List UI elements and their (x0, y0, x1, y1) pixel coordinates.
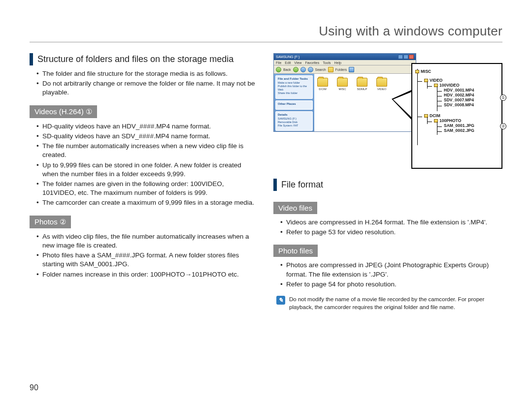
videos-bullet: HD-quality videos have an HDV_####.MP4 n… (36, 122, 259, 131)
videos-bullet: The folder names are given in the follow… (36, 180, 259, 197)
note-row: ✎ Do not modify the name of a movie file… (273, 296, 502, 311)
tree-label: MISC (421, 69, 431, 74)
folder-label: VIDEO (377, 88, 387, 91)
panel-line: Removable Disk (278, 121, 310, 124)
window-buttons (398, 55, 414, 59)
folder-icon (357, 78, 367, 87)
intro-bullet: The folder and file structure for the st… (36, 69, 259, 78)
tree-label: DCIM (430, 113, 440, 118)
tree-node: DCIM (417, 113, 499, 118)
videos-bullet: SD-quality videos have an SDV_####.MP4 n… (36, 132, 259, 141)
folder-label: MISC (339, 88, 346, 91)
videofiles-bullet: Videos are compressed in H.264 format. T… (280, 218, 502, 227)
callout-badge-2: ② (500, 123, 506, 129)
search-label: Search (315, 68, 326, 71)
tree-label: SAM_0001.JPG (444, 123, 474, 128)
photofiles-bullets: Photos are compressed in JPEG (Joint Pho… (273, 261, 502, 289)
tree-file: SAM_0002.JPG (437, 128, 499, 133)
folder-tree: MISC VIDEO 100VIDEO HDV_0001.MP4 HDV_000… (411, 63, 502, 169)
search-icon (308, 67, 313, 72)
folders-label: Folders (335, 68, 347, 71)
videofiles-bullets: Videos are compressed in H.264 format. T… (273, 218, 502, 237)
panel-title: Other Places (278, 102, 310, 105)
menu-item: Edit (285, 61, 291, 64)
up-icon (300, 67, 306, 72)
explorer-menu: File Edit View Favorites Tools Help (274, 60, 416, 65)
explorer-toolbar: Back Search Folders (274, 65, 416, 74)
tree-label: VIDEO (430, 78, 442, 83)
minimize-icon (398, 55, 403, 59)
heading-structure: Structure of folders and files on the st… (30, 53, 259, 65)
heading-videofiles: Video files (273, 202, 317, 214)
tree-file: HDV_0002.MP4 (437, 93, 499, 97)
intro-bullet: Do not arbitrarily change or remove the … (36, 79, 259, 97)
right-column: SAMSUNG (F:) File Edit View Favorites To… (273, 53, 502, 311)
heading-photos: Photos ② (30, 216, 71, 228)
menu-item: Tools (323, 61, 331, 64)
views-icon (349, 67, 354, 72)
folder-item: VIDEO (376, 78, 387, 91)
menu-item: Favorites (305, 61, 319, 64)
heading-fileformat: File format (273, 179, 502, 191)
tree-file: SAM_0001.JPG (437, 123, 499, 128)
tree-label: HDV_0002.MP4 (444, 93, 474, 97)
folder-item: SDMLP (357, 78, 367, 91)
heading-photofiles: Photo files (273, 245, 318, 257)
folder-icon (376, 78, 387, 87)
sidebar-panel: Other Places (275, 100, 313, 110)
tree-node: VIDEO (417, 78, 499, 83)
menu-item: Help (334, 61, 341, 64)
page-number: 90 (30, 383, 38, 392)
videos-bullet: The file number automatically increases … (36, 142, 259, 159)
tree-label: HDV_0001.MP4 (444, 88, 474, 93)
panel-line: Publish this folder to the Web (278, 85, 310, 92)
panel-line: Make a new folder (278, 81, 310, 85)
intro-bullets: The folder and file structure for the st… (30, 69, 259, 97)
photos-bullet: Photo files have a SAM_####.JPG format. … (36, 251, 259, 269)
page-title: Using with a windows computer (30, 24, 502, 42)
explorer-titlebar: SAMSUNG (F:) (274, 54, 416, 60)
tree-file: HDV_0001.MP4 (437, 88, 499, 93)
videos-bullet: Up to 9,999 files can be stored in one f… (36, 161, 259, 179)
folder-label: SDMLP (357, 88, 367, 91)
note-text: Do not modify the name of a movie file r… (289, 296, 502, 311)
sidebar-panel: File and Folder Tasks Make a new folder … (275, 75, 313, 99)
tree-label: SDV_0007.MP4 (444, 97, 474, 102)
folder-icon (337, 78, 348, 87)
videos-bullets: HD-quality videos have an HDV_####.MP4 n… (30, 122, 259, 208)
tree-node: 100VIDEO (427, 83, 499, 88)
photofiles-bullet: Refer to page 54 for photo resolution. (280, 280, 502, 289)
close-icon (409, 55, 414, 59)
folder-label: DCIM (319, 88, 326, 91)
content-columns: Structure of folders and files on the st… (30, 53, 502, 311)
panel-line: File System: FAT (278, 124, 310, 127)
photofiles-bullet: Photos are compressed in JPEG (Joint Pho… (280, 261, 502, 279)
note-icon: ✎ (276, 296, 285, 305)
panel-line: SAMSUNG (F:) (278, 117, 310, 121)
tree-file: SDV_0007.MP4 (437, 97, 499, 102)
panel-title: Details (278, 113, 310, 116)
folder-structure-figure: SAMSUNG (F:) File Edit View Favorites To… (273, 53, 502, 169)
tree-label: 100PHOTO (439, 118, 461, 123)
maximize-icon (403, 55, 408, 59)
forward-icon (293, 67, 299, 72)
videofiles-bullet: Refer to page 53 for video resolution. (280, 228, 502, 237)
back-icon (276, 67, 281, 72)
folders-icon (328, 67, 333, 72)
tree-node: 100PHOTO (427, 118, 499, 123)
photos-bullet: Folder names increase in this order: 100… (36, 270, 259, 279)
panel-title: File and Folder Tasks (278, 77, 310, 80)
left-column: Structure of folders and files on the st… (30, 53, 259, 311)
folder-icon (415, 70, 419, 73)
photos-bullets: As with video clip files, the file numbe… (30, 232, 259, 279)
folder-item: DCIM (317, 78, 328, 91)
heading-videos: Videos (H.264) ① (30, 105, 97, 118)
menu-item: File (276, 61, 281, 64)
tree-label: SDV_0008.MP4 (444, 102, 474, 107)
folder-item: MISC (337, 78, 348, 91)
callout-badge-1: ① (500, 94, 506, 101)
folder-icon (317, 78, 328, 87)
videos-bullet: The camcorder can create a maximum of 9,… (36, 198, 259, 207)
photos-bullet: As with video clip files, the file numbe… (36, 232, 259, 250)
sidebar-panel: Details SAMSUNG (F:) Removable Disk File… (275, 111, 313, 131)
